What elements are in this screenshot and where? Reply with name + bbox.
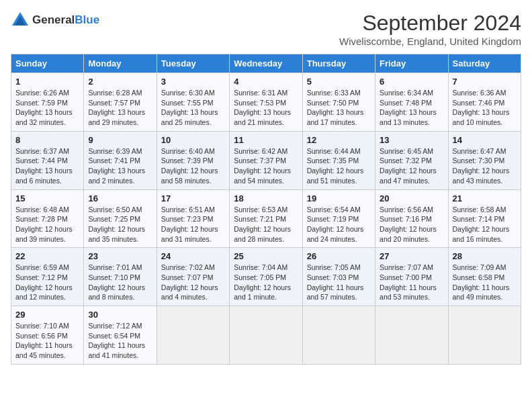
calendar-cell: 4Sunrise: 6:31 AMSunset: 7:53 PMDaylight… — [230, 73, 302, 132]
calendar-cell: 3Sunrise: 6:30 AMSunset: 7:55 PMDaylight… — [157, 73, 229, 132]
day-number: 28 — [453, 251, 517, 261]
day-info: Sunrise: 7:09 AMSunset: 6:58 PMDaylight:… — [453, 263, 517, 302]
day-number: 21 — [453, 193, 517, 203]
calendar-cell: 26Sunrise: 7:05 AMSunset: 7:03 PMDayligh… — [302, 248, 375, 306]
day-number: 25 — [234, 251, 298, 261]
calendar-cell: 29Sunrise: 7:10 AMSunset: 6:56 PMDayligh… — [11, 306, 84, 365]
day-number: 27 — [380, 251, 443, 261]
day-number: 13 — [380, 135, 443, 145]
day-info: Sunrise: 6:28 AMSunset: 7:57 PMDaylight:… — [88, 88, 152, 128]
header-saturday: Saturday — [448, 54, 521, 73]
calendar-week-3: 15Sunrise: 6:48 AMSunset: 7:28 PMDayligh… — [11, 189, 521, 248]
day-info: Sunrise: 6:36 AMSunset: 7:46 PMDaylight:… — [453, 88, 517, 128]
calendar-cell: 5Sunrise: 6:33 AMSunset: 7:50 PMDaylight… — [302, 73, 375, 132]
calendar-cell: 23Sunrise: 7:01 AMSunset: 7:10 PMDayligh… — [84, 248, 157, 306]
calendar-cell: 7Sunrise: 6:36 AMSunset: 7:46 PMDaylight… — [448, 73, 521, 132]
calendar-cell — [375, 306, 448, 365]
day-number: 22 — [15, 251, 79, 261]
header-thursday: Thursday — [302, 54, 375, 73]
day-info: Sunrise: 7:02 AMSunset: 7:07 PMDaylight:… — [161, 263, 225, 302]
day-number: 16 — [88, 193, 152, 203]
day-info: Sunrise: 6:53 AMSunset: 7:21 PMDaylight:… — [234, 205, 298, 244]
calendar-cell: 19Sunrise: 6:54 AMSunset: 7:19 PMDayligh… — [302, 189, 375, 248]
day-info: Sunrise: 6:45 AMSunset: 7:32 PMDaylight:… — [380, 146, 443, 186]
day-number: 6 — [380, 77, 443, 87]
calendar-cell: 24Sunrise: 7:02 AMSunset: 7:07 PMDayligh… — [157, 248, 229, 306]
calendar-cell — [157, 306, 229, 365]
calendar-cell: 2Sunrise: 6:28 AMSunset: 7:57 PMDaylight… — [84, 73, 157, 132]
day-number: 26 — [307, 251, 371, 261]
day-info: Sunrise: 6:56 AMSunset: 7:16 PMDaylight:… — [380, 205, 443, 244]
calendar-cell: 16Sunrise: 6:50 AMSunset: 7:25 PMDayligh… — [84, 189, 157, 248]
day-number: 9 — [88, 135, 152, 145]
day-number: 7 — [453, 77, 517, 87]
calendar-cell: 14Sunrise: 6:47 AMSunset: 7:30 PMDayligh… — [448, 131, 521, 189]
day-number: 4 — [234, 77, 298, 87]
day-number: 11 — [234, 135, 298, 145]
calendar-cell: 17Sunrise: 6:51 AMSunset: 7:23 PMDayligh… — [157, 189, 229, 248]
day-number: 20 — [380, 193, 443, 203]
day-info: Sunrise: 6:48 AMSunset: 7:28 PMDaylight:… — [15, 205, 79, 244]
day-info: Sunrise: 6:58 AMSunset: 7:14 PMDaylight:… — [453, 205, 517, 244]
page-header: General Blue September 2024 Wiveliscombe… — [11, 11, 521, 47]
header-monday: Monday — [84, 54, 157, 73]
calendar-header: SundayMondayTuesdayWednesdayThursdayFrid… — [11, 54, 521, 73]
day-info: Sunrise: 7:10 AMSunset: 6:56 PMDaylight:… — [15, 321, 79, 361]
day-number: 23 — [88, 251, 152, 261]
location-subtitle: Wiveliscombe, England, United Kingdom — [339, 36, 521, 47]
header-sunday: Sunday — [11, 54, 84, 73]
logo-icon — [11, 11, 30, 30]
calendar-cell: 27Sunrise: 7:07 AMSunset: 7:00 PMDayligh… — [375, 248, 448, 306]
day-number: 5 — [307, 77, 371, 87]
calendar-cell: 28Sunrise: 7:09 AMSunset: 6:58 PMDayligh… — [448, 248, 521, 306]
day-info: Sunrise: 6:30 AMSunset: 7:55 PMDaylight:… — [161, 88, 225, 128]
day-number: 17 — [161, 193, 225, 203]
day-info: Sunrise: 6:33 AMSunset: 7:50 PMDaylight:… — [307, 88, 371, 128]
header-tuesday: Tuesday — [157, 54, 229, 73]
day-info: Sunrise: 6:54 AMSunset: 7:19 PMDaylight:… — [307, 205, 371, 244]
day-info: Sunrise: 6:37 AMSunset: 7:44 PMDaylight:… — [15, 146, 79, 186]
calendar-cell: 6Sunrise: 6:34 AMSunset: 7:48 PMDaylight… — [375, 73, 448, 132]
logo-text: General Blue — [32, 13, 99, 27]
header-wednesday: Wednesday — [230, 54, 302, 73]
day-info: Sunrise: 6:39 AMSunset: 7:41 PMDaylight:… — [88, 146, 152, 186]
day-number: 2 — [88, 77, 152, 87]
day-number: 3 — [161, 77, 225, 87]
calendar-cell: 12Sunrise: 6:44 AMSunset: 7:35 PMDayligh… — [302, 131, 375, 189]
header-friday: Friday — [375, 54, 448, 73]
calendar-cell: 30Sunrise: 7:12 AMSunset: 6:54 PMDayligh… — [84, 306, 157, 365]
day-number: 14 — [453, 135, 517, 145]
day-number: 12 — [307, 135, 371, 145]
day-info: Sunrise: 7:05 AMSunset: 7:03 PMDaylight:… — [307, 263, 371, 302]
calendar-cell: 22Sunrise: 6:59 AMSunset: 7:12 PMDayligh… — [11, 248, 84, 306]
calendar-cell: 20Sunrise: 6:56 AMSunset: 7:16 PMDayligh… — [375, 189, 448, 248]
calendar-cell: 9Sunrise: 6:39 AMSunset: 7:41 PMDaylight… — [84, 131, 157, 189]
calendar-cell: 11Sunrise: 6:42 AMSunset: 7:37 PMDayligh… — [230, 131, 302, 189]
calendar-cell: 25Sunrise: 7:04 AMSunset: 7:05 PMDayligh… — [230, 248, 302, 306]
day-info: Sunrise: 6:59 AMSunset: 7:12 PMDaylight:… — [15, 263, 79, 302]
day-number: 18 — [234, 193, 298, 203]
day-info: Sunrise: 6:50 AMSunset: 7:25 PMDaylight:… — [88, 205, 152, 244]
day-info: Sunrise: 6:44 AMSunset: 7:35 PMDaylight:… — [307, 146, 371, 186]
day-number: 30 — [88, 310, 152, 320]
calendar-cell: 8Sunrise: 6:37 AMSunset: 7:44 PMDaylight… — [11, 131, 84, 189]
calendar-cell — [302, 306, 375, 365]
month-year-title: September 2024 — [339, 11, 521, 36]
calendar-cell — [448, 306, 521, 365]
day-info: Sunrise: 6:47 AMSunset: 7:30 PMDaylight:… — [453, 146, 517, 186]
calendar-cell: 10Sunrise: 6:40 AMSunset: 7:39 PMDayligh… — [157, 131, 229, 189]
day-number: 29 — [15, 310, 79, 320]
calendar-week-4: 22Sunrise: 6:59 AMSunset: 7:12 PMDayligh… — [11, 248, 521, 306]
calendar-cell: 18Sunrise: 6:53 AMSunset: 7:21 PMDayligh… — [230, 189, 302, 248]
days-header-row: SundayMondayTuesdayWednesdayThursdayFrid… — [11, 54, 521, 73]
day-number: 15 — [15, 193, 79, 203]
logo-blue-text: Blue — [75, 13, 99, 27]
day-number: 19 — [307, 193, 371, 203]
title-block: September 2024 Wiveliscombe, England, Un… — [339, 11, 521, 47]
day-info: Sunrise: 6:31 AMSunset: 7:53 PMDaylight:… — [234, 88, 298, 128]
calendar-cell: 15Sunrise: 6:48 AMSunset: 7:28 PMDayligh… — [11, 189, 84, 248]
day-info: Sunrise: 7:01 AMSunset: 7:10 PMDaylight:… — [88, 263, 152, 302]
day-number: 24 — [161, 251, 225, 261]
logo-general-text: General — [32, 13, 75, 27]
day-info: Sunrise: 7:07 AMSunset: 7:00 PMDaylight:… — [380, 263, 443, 302]
